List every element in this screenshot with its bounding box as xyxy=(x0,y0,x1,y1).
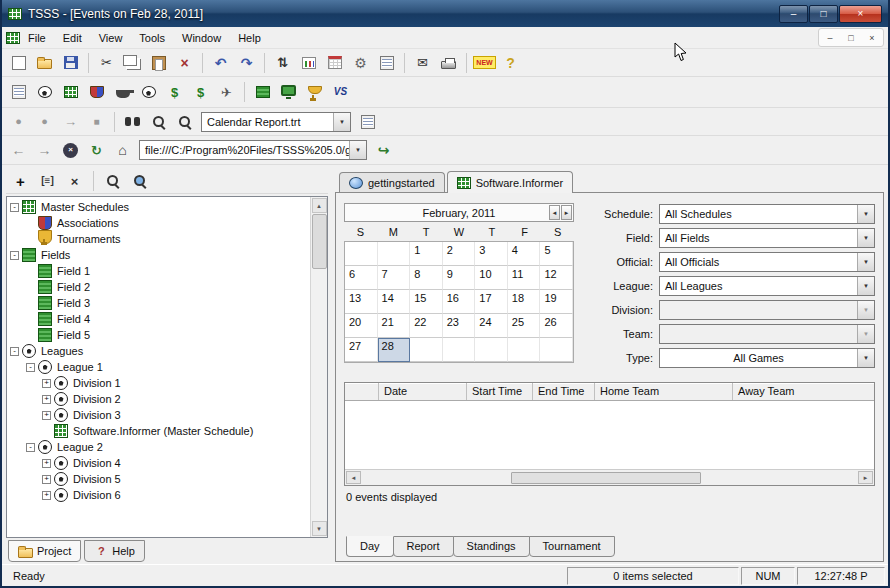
calendar-day-13[interactable]: 13 xyxy=(345,290,378,314)
panel-splitter[interactable] xyxy=(328,169,335,562)
tree-item-field-5[interactable]: Field 5 xyxy=(7,327,310,343)
address-bar[interactable]: file:///C:/Program%20Files/TSSS%205.0/ge… xyxy=(139,140,367,160)
chevron-down-icon[interactable]: ▼ xyxy=(857,253,874,271)
official-button[interactable] xyxy=(110,81,135,104)
tree-item-tournaments[interactable]: Tournaments xyxy=(7,231,310,247)
column-header-away-team[interactable]: Away Team xyxy=(733,383,874,400)
prev-month-button[interactable]: ◄ xyxy=(549,205,560,220)
calendar-day-22[interactable]: 22 xyxy=(410,314,443,338)
cut-button[interactable]: ✂ xyxy=(94,51,119,74)
menu-file[interactable]: File xyxy=(20,29,54,47)
fields-button[interactable] xyxy=(250,81,275,104)
menu-window[interactable]: Window xyxy=(174,29,229,47)
refresh-button[interactable]: ↻ xyxy=(84,139,109,162)
save-button[interactable] xyxy=(58,51,83,74)
calendar-day-3[interactable]: 3 xyxy=(475,242,508,266)
association-button[interactable] xyxy=(84,81,109,104)
new-button[interactable] xyxy=(6,51,31,74)
open-button[interactable] xyxy=(32,51,57,74)
official-select[interactable]: All Officials▼ xyxy=(659,252,875,272)
tree-item-division-4[interactable]: +Division 4 xyxy=(7,455,310,471)
team-button[interactable] xyxy=(136,81,161,104)
type-select[interactable]: All Games▼ xyxy=(659,348,875,368)
tree-item-field-2[interactable]: Field 2 xyxy=(7,279,310,295)
chart-button[interactable] xyxy=(296,51,321,74)
mdi-minimize-button[interactable]: – xyxy=(820,30,840,45)
tree-item-software-informer-master-schedule[interactable]: Software.Informer (Master Schedule) xyxy=(7,423,310,439)
scrollbar-thumb[interactable] xyxy=(312,214,327,269)
collapse-icon[interactable]: - xyxy=(10,203,19,212)
report-list-button[interactable] xyxy=(355,110,380,133)
calendar-day-7[interactable]: 7 xyxy=(378,266,411,290)
master-schedule-button[interactable] xyxy=(58,81,83,104)
chevron-down-icon[interactable]: ▼ xyxy=(857,277,874,295)
mail-button[interactable]: ✉ xyxy=(410,51,435,74)
expand-icon[interactable]: + xyxy=(42,411,51,420)
launch-button[interactable]: ✈ xyxy=(214,81,239,104)
fees-button[interactable]: $ xyxy=(162,81,187,104)
display-button[interactable] xyxy=(276,81,301,104)
form-button[interactable] xyxy=(374,51,399,74)
calendar-day-12[interactable]: 12 xyxy=(540,266,573,290)
calendar-day-5[interactable]: 5 xyxy=(540,242,573,266)
go-button[interactable]: ↪ xyxy=(371,139,396,162)
print-button[interactable] xyxy=(436,51,461,74)
payments-button[interactable]: $ xyxy=(188,81,213,104)
find-next-button[interactable] xyxy=(146,110,171,133)
mdi-restore-button[interactable]: □ xyxy=(841,30,861,45)
delete-item-button[interactable]: × xyxy=(62,170,87,193)
tree-item-division-1[interactable]: +Division 1 xyxy=(7,375,310,391)
menu-tools[interactable]: Tools xyxy=(131,29,173,47)
maximize-button[interactable]: □ xyxy=(809,5,838,23)
versus-button[interactable]: VS xyxy=(328,81,353,104)
tab-gettingstarted[interactable]: gettingstarted xyxy=(339,172,445,192)
notes-button[interactable] xyxy=(6,81,31,104)
tree-item-division-6[interactable]: +Division 6 xyxy=(7,487,310,503)
tree-item-master-schedules[interactable]: -Master Schedules xyxy=(7,199,310,215)
sort-button[interactable]: ⇅ xyxy=(270,51,295,74)
field-select[interactable]: All Fields▼ xyxy=(659,228,875,248)
expand-icon[interactable]: + xyxy=(42,379,51,388)
stop-button[interactable]: ■ xyxy=(84,110,109,133)
next-month-button[interactable]: ► xyxy=(561,205,572,220)
column-header-end-time[interactable]: End Time xyxy=(533,383,595,400)
collapse-icon[interactable]: - xyxy=(10,251,19,260)
calendar-day-28[interactable]: 28 xyxy=(378,338,411,362)
tree-item-league-1[interactable]: -League 1 xyxy=(7,359,310,375)
tab-software-informer[interactable]: Software.Informer xyxy=(447,171,573,193)
calendar-day-26[interactable]: 26 xyxy=(540,314,573,338)
league-select[interactable]: All Leagues▼ xyxy=(659,276,875,296)
calendar-day-11[interactable]: 11 xyxy=(508,266,541,290)
expand-icon[interactable]: + xyxy=(42,491,51,500)
chevron-down-icon[interactable]: ▼ xyxy=(857,229,874,247)
zoom-button[interactable] xyxy=(100,170,125,193)
tree-item-division-2[interactable]: +Division 2 xyxy=(7,391,310,407)
calendar-day-2[interactable]: 2 xyxy=(443,242,476,266)
calendar-day-27[interactable]: 27 xyxy=(345,338,378,362)
calendar-day-25[interactable]: 25 xyxy=(508,314,541,338)
report-selector[interactable]: Calendar Report.trt ▼ xyxy=(201,112,351,132)
scrollbar-thumb[interactable] xyxy=(511,472,701,484)
calendar-day-20[interactable]: 20 xyxy=(345,314,378,338)
collapse-icon[interactable]: - xyxy=(26,443,35,452)
chevron-down-icon[interactable]: ▼ xyxy=(333,113,350,131)
expand-icon[interactable]: + xyxy=(42,395,51,404)
collapse-icon[interactable]: - xyxy=(10,347,19,356)
home-button[interactable]: ⌂ xyxy=(110,139,135,162)
scroll-left-icon[interactable]: ◄ xyxy=(346,471,361,484)
calendar-day-16[interactable]: 16 xyxy=(443,290,476,314)
calendar-day-1[interactable]: 1 xyxy=(410,242,443,266)
calendar-day-17[interactable]: 17 xyxy=(475,290,508,314)
forward-button[interactable]: → xyxy=(32,139,57,162)
record-button[interactable]: ● xyxy=(6,110,31,133)
mdi-close-button[interactable]: × xyxy=(862,30,882,45)
menu-view[interactable]: View xyxy=(91,29,131,47)
menu-edit[interactable]: Edit xyxy=(55,29,90,47)
chevron-down-icon[interactable]: ▼ xyxy=(857,205,874,223)
tree-item-leagues[interactable]: -Leagues xyxy=(7,343,310,359)
calendar-day-4[interactable]: 4 xyxy=(508,242,541,266)
column-header-home-team[interactable]: Home Team xyxy=(595,383,733,400)
scroll-down-icon[interactable]: ▼ xyxy=(312,521,327,536)
find-button[interactable] xyxy=(120,110,145,133)
copy-button[interactable] xyxy=(120,51,145,74)
